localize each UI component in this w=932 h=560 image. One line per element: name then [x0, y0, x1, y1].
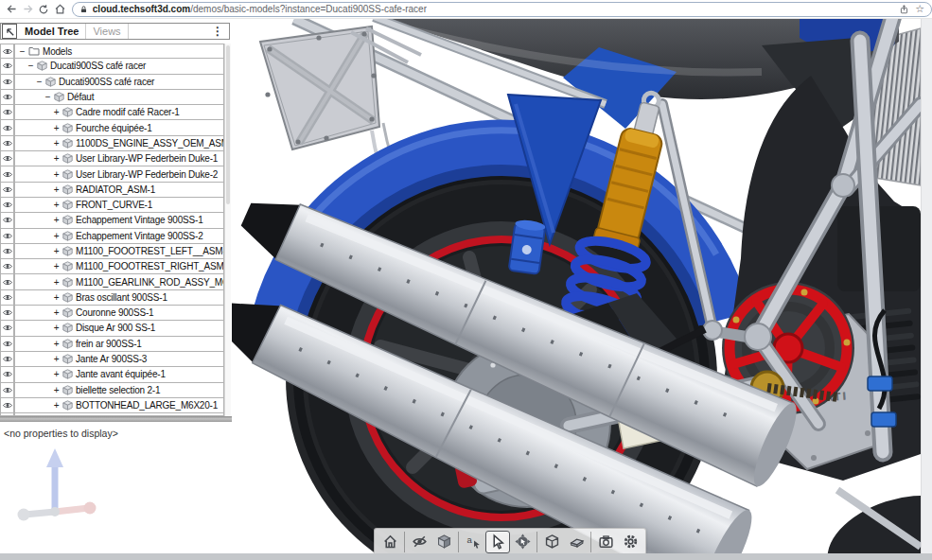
reload-icon[interactable] [36, 2, 52, 16]
visibility-eye-icon[interactable] [0, 183, 14, 198]
expand-toggle[interactable]: − [44, 92, 52, 102]
expand-toggle[interactable]: + [52, 261, 61, 271]
views-cube-button[interactable] [431, 531, 456, 553]
visibility-eye-icon[interactable] [0, 290, 14, 306]
visibility-button[interactable] [407, 531, 431, 553]
select-button[interactable] [485, 531, 510, 553]
visibility-eye-icon[interactable] [0, 306, 14, 321]
visibility-eye-icon[interactable] [0, 383, 14, 398]
annotate-select-button[interactable]: a [461, 531, 485, 553]
forward-icon[interactable] [20, 2, 36, 16]
star-icon[interactable]: ☆ [915, 4, 924, 14]
part-icon [62, 231, 73, 241]
expand-toggle[interactable]: + [52, 138, 61, 149]
visibility-eye-icon[interactable] [0, 259, 14, 274]
expand-toggle[interactable]: + [52, 292, 61, 303]
tree-item[interactable]: −Défaut [14, 90, 224, 105]
expand-toggle[interactable]: + [52, 107, 61, 117]
visibility-eye-icon[interactable] [0, 244, 14, 259]
expand-toggle[interactable]: + [52, 153, 61, 164]
visibility-eye-icon[interactable] [0, 75, 14, 90]
page-vertical-scrollbar[interactable] [921, 17, 932, 553]
tree-scrollbar[interactable] [224, 44, 231, 416]
expand-toggle[interactable]: + [52, 200, 61, 210]
tab-views[interactable]: Views [86, 24, 128, 39]
expand-toggle[interactable]: + [52, 400, 61, 411]
share-icon[interactable] [899, 4, 909, 15]
kebab-menu-icon[interactable]: ⋮ [206, 25, 229, 38]
visibility-eye-icon[interactable] [0, 398, 14, 413]
visibility-eye-icon[interactable] [0, 274, 14, 289]
expand-toggle[interactable]: + [52, 246, 61, 256]
tree-item[interactable]: +frein ar 900SS-1 [14, 337, 224, 352]
tree-item[interactable]: +Echappement Vintage 900SS-2 [14, 229, 224, 244]
home-button[interactable] [378, 531, 402, 553]
tree-scrollbar-thumb[interactable] [226, 45, 230, 204]
tree-item[interactable]: +Fourche équipée-1 [14, 120, 224, 135]
visibility-eye-icon[interactable] [0, 213, 14, 228]
visibility-eye-icon[interactable] [0, 321, 14, 336]
settings-button[interactable] [618, 531, 642, 553]
expand-toggle[interactable]: + [52, 307, 61, 318]
visibility-eye-icon[interactable] [0, 59, 14, 74]
expand-toggle[interactable]: + [52, 277, 61, 288]
tree-item[interactable]: +biellette selection 2-1 [14, 383, 224, 398]
expand-toggle[interactable]: + [52, 231, 61, 241]
visibility-eye-icon[interactable] [0, 367, 14, 382]
orbit-button[interactable] [510, 531, 535, 553]
expand-toggle[interactable]: − [35, 77, 44, 87]
tree-item[interactable]: +M1100_FOOOTREST_LEFT__ASM-1 [14, 244, 224, 259]
snapshot-button[interactable] [593, 531, 618, 553]
tree-item[interactable]: +Cadre modif café Racer-1 [14, 105, 224, 120]
tree-item[interactable]: +User Library-WP Federbein Duke-1 [14, 151, 224, 166]
explode-button[interactable] [539, 531, 564, 553]
address-bar[interactable]: cloud.techsoft3d.com/demos/basic-models?… [72, 2, 932, 17]
tree-item[interactable]: +1100DS_ENGINE_ASSY_OEM_ASM-1 [14, 136, 224, 151]
visibility-eye-icon[interactable] [0, 44, 14, 59]
tree-item[interactable]: +Echappement Vintage 900SS-1 [14, 213, 224, 228]
tree-item[interactable]: +Bras oscillant 900SS-1 [14, 290, 224, 306]
tree-item[interactable]: +Couronne 900SS-1 [14, 306, 224, 321]
tree-item[interactable]: +Jante avant équipée-1 [14, 367, 224, 382]
back-icon[interactable] [4, 2, 20, 16]
part-icon [62, 277, 73, 288]
expand-toggle[interactable]: + [52, 385, 61, 395]
tree-item[interactable]: −Ducati900SS café racer [14, 59, 224, 74]
expand-toggle[interactable]: + [52, 323, 61, 333]
visibility-eye-icon[interactable] [0, 136, 14, 151]
tree-item[interactable]: +Jante Ar 900SS-3 [14, 352, 224, 367]
visibility-eye-icon[interactable] [0, 90, 14, 105]
expand-toggle[interactable]: − [18, 46, 26, 57]
tree-item[interactable]: +M1100_GEARLINK_ROD_ASSY_MOTOCO... [14, 274, 224, 289]
expand-toggle[interactable]: − [26, 61, 35, 71]
tree-item[interactable]: −Models [14, 44, 224, 59]
visibility-eye-icon[interactable] [0, 105, 14, 120]
tree-item[interactable]: +M1100_FOOOTREST_RIGHT_ASM-1 [14, 259, 224, 274]
expand-toggle[interactable]: + [52, 369, 61, 379]
tree-item[interactable]: +User Library-WP Federbein Duke-2 [14, 166, 224, 182]
home-nav-icon[interactable] [52, 2, 68, 16]
visibility-eye-icon[interactable] [0, 229, 14, 244]
tree-item[interactable]: −Ducati900SS café racer [14, 75, 224, 90]
tree-item[interactable]: +FRONT_CURVE-1 [14, 198, 224, 213]
visibility-eye-icon[interactable] [0, 151, 14, 166]
expand-toggle[interactable]: + [52, 354, 61, 364]
visibility-eye-icon[interactable] [0, 166, 14, 182]
pan-arrow-icon[interactable] [2, 24, 17, 39]
tree-item[interactable]: +Disque Ar 900 SS-1 [14, 321, 224, 336]
expand-toggle[interactable]: + [52, 169, 61, 180]
page-horizontal-scrollbar[interactable] [0, 553, 932, 560]
tree-item[interactable]: +RADIATOR_ASM-1 [14, 183, 224, 198]
cutting-plane-button[interactable] [564, 531, 589, 553]
visibility-eye-icon[interactable] [0, 337, 14, 352]
viewer-canvas[interactable]: DUCATI [232, 17, 921, 560]
tree-item[interactable]: +BOTTONHEAD_LARGE_M6X20-1 [14, 398, 224, 413]
tab-model-tree[interactable]: Model Tree [18, 24, 86, 39]
visibility-eye-icon[interactable] [0, 198, 14, 213]
expand-toggle[interactable]: + [52, 215, 61, 225]
visibility-eye-icon[interactable] [0, 120, 14, 135]
expand-toggle[interactable]: + [52, 184, 61, 195]
expand-toggle[interactable]: + [52, 123, 61, 133]
expand-toggle[interactable]: + [52, 339, 61, 349]
visibility-eye-icon[interactable] [0, 352, 14, 367]
